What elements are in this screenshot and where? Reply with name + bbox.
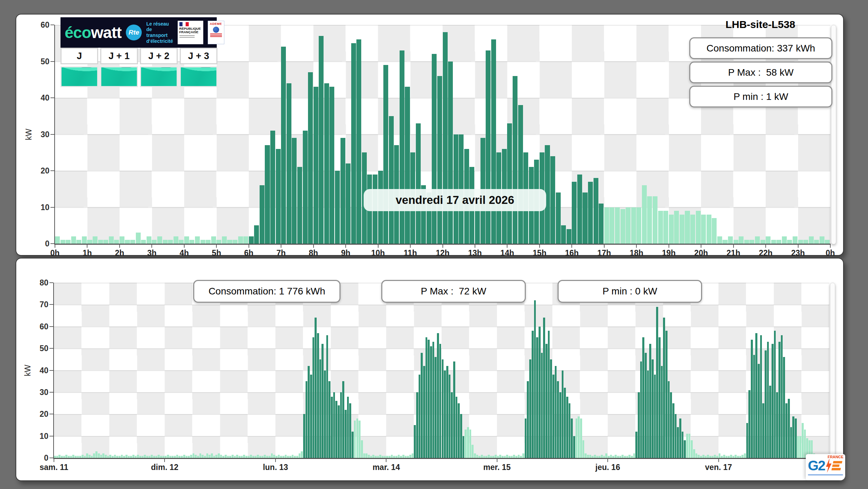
bar (677, 427, 679, 458)
x-axis-tick (184, 244, 185, 248)
bar (619, 456, 622, 458)
bar (732, 456, 735, 458)
bar (548, 331, 550, 458)
x-axis-tick (765, 244, 766, 248)
bar (292, 455, 294, 458)
bar (640, 361, 642, 458)
x-axis-tick (701, 244, 701, 248)
ecowatt-logo-watt: watt (91, 23, 121, 41)
vertical-zoom-scrollbar[interactable] (830, 283, 835, 459)
bar (419, 375, 421, 458)
ecowatt-status-image-j (60, 66, 98, 87)
bar (328, 381, 330, 458)
bar (282, 456, 284, 458)
ecowatt-day-label-j3[interactable]: J + 3 (180, 48, 217, 64)
gov-motto-lines (179, 35, 202, 38)
x-axis-tick (571, 244, 572, 248)
x-axis-tick-label: 7h (277, 248, 286, 258)
bar (382, 456, 384, 458)
bar (245, 456, 248, 458)
bar (578, 416, 580, 458)
bar (717, 236, 722, 244)
bar (566, 397, 568, 458)
bar (741, 455, 744, 458)
bar (605, 453, 607, 458)
bar (686, 434, 688, 458)
bar (513, 76, 517, 244)
weekly-pmin-badge: P min : 0 kW (558, 280, 702, 303)
ecowatt-day-tile-j2[interactable]: J + 2 (140, 48, 178, 87)
bar (520, 456, 522, 458)
y-axis-tick-label: 0 (24, 453, 48, 463)
bar (269, 456, 271, 458)
ecowatt-day-label-j[interactable]: J (60, 48, 98, 64)
bar (208, 455, 211, 458)
bar (142, 456, 144, 458)
bar (594, 178, 598, 244)
bar (377, 456, 379, 458)
bar (160, 456, 162, 458)
date-label: vendredi 17 avril 2026 (364, 189, 546, 211)
bar (186, 456, 188, 458)
x-axis-tick (669, 244, 669, 248)
bar (314, 87, 318, 244)
bar (638, 392, 640, 458)
daily-pmin-badge: P min : 1 kW (689, 86, 832, 107)
bar (257, 455, 259, 458)
ecowatt-day-tile-j3[interactable]: J + 3 (180, 48, 217, 87)
bar (270, 131, 275, 244)
g2e-france-logo: FRANCE G2 (806, 454, 845, 480)
site-title: LHB-site-L538 (690, 19, 830, 30)
bar (77, 456, 79, 458)
bar (702, 455, 704, 458)
bar (534, 300, 536, 458)
bar (432, 342, 435, 458)
bar (804, 430, 806, 458)
y-axis-tick-label: 80 (24, 278, 48, 288)
bar (61, 456, 63, 458)
bar (296, 456, 298, 458)
bar (66, 240, 71, 244)
x-axis-tick-label: 14h (501, 248, 514, 258)
y-axis-tick (49, 436, 53, 436)
x-axis-tick-label: 3h (147, 248, 157, 258)
ecowatt-day-tile-j[interactable]: J (60, 48, 98, 87)
bar (626, 207, 631, 244)
bar (308, 366, 310, 458)
bar (103, 240, 108, 244)
bar (689, 434, 691, 458)
bar (255, 456, 257, 458)
bar (502, 456, 504, 458)
vertical-zoom-scrollbar[interactable] (831, 25, 836, 244)
bar (120, 236, 124, 244)
bar (693, 449, 695, 458)
bar (545, 344, 548, 458)
bar (766, 236, 771, 244)
daily-pmax-badge: P Max : 58 kW (689, 62, 832, 83)
bar (483, 456, 485, 458)
ecowatt-day-label-j1[interactable]: J + 1 (100, 48, 138, 64)
bar (102, 453, 104, 458)
ecowatt-day-label-j2[interactable]: J + 2 (140, 48, 178, 64)
bar (576, 419, 578, 458)
x-axis-tick-label: 19h (662, 248, 676, 258)
bar (84, 456, 86, 458)
ademe-text-lines (208, 34, 224, 37)
bar (391, 455, 393, 458)
bar (383, 65, 388, 244)
bar (76, 240, 81, 244)
bar (776, 392, 778, 458)
bar (130, 240, 135, 244)
x-axis-tick-label: 17h (597, 248, 611, 258)
bar (400, 456, 402, 458)
bar (561, 225, 566, 244)
ecowatt-logo-banner: écowatt Rte Le réseau de transport d'éle… (60, 17, 217, 48)
x-axis-tick (733, 244, 734, 248)
bar (375, 456, 377, 458)
bar (721, 456, 723, 458)
bar (252, 456, 254, 458)
x-axis-tick (636, 244, 637, 248)
bar (572, 182, 577, 244)
ecowatt-day-tile-j1[interactable]: J + 1 (100, 48, 138, 87)
bar (557, 381, 559, 458)
